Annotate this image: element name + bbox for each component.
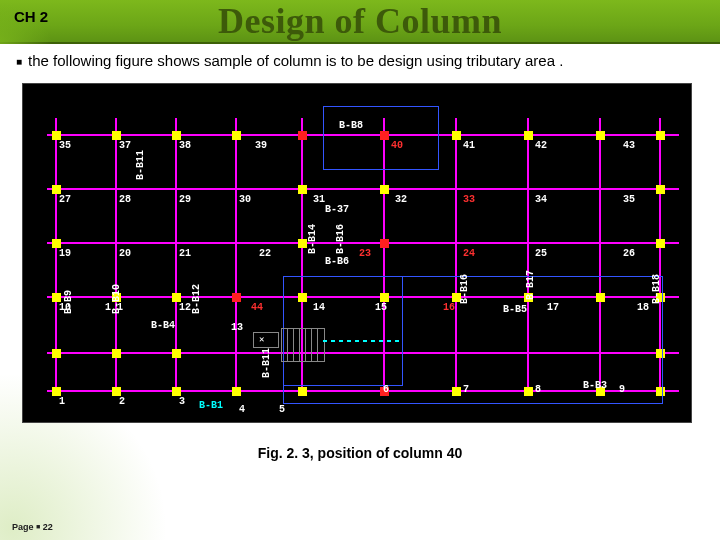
plan-label: 16	[443, 302, 455, 313]
plan-label: 43	[623, 140, 635, 151]
page-footer: Page ■ 22	[12, 522, 53, 532]
plan-label: 28	[119, 194, 131, 205]
grid-vline	[115, 118, 117, 388]
column-marker	[656, 185, 665, 194]
beam-label: B-B16	[335, 224, 346, 254]
plan-label: 7	[463, 384, 469, 395]
plan-label: 14	[313, 302, 325, 313]
plan-label: 38	[179, 140, 191, 151]
plan-label: 12	[179, 302, 191, 313]
beam-label: B B17	[525, 270, 536, 300]
column-marker	[656, 239, 665, 248]
plan-label: 34	[535, 194, 547, 205]
plan-label: 30	[239, 194, 251, 205]
plan-label: 1	[59, 396, 65, 407]
slide-header: CH 2 Design of Column	[0, 0, 720, 44]
plan-label: 2	[119, 396, 125, 407]
figure-caption: Fig. 2. 3, position of column 40	[0, 445, 720, 461]
column-plan-figure: 35373839B-B84041424327282930313233343519…	[22, 83, 692, 423]
column-marker	[52, 387, 61, 396]
bullet-item: the following figure shows sample of col…	[0, 44, 720, 75]
beam-label: B-B10	[111, 284, 122, 314]
plan-label: 8	[535, 384, 541, 395]
grid-hline	[47, 188, 679, 190]
plan-label: 35	[59, 140, 71, 151]
column-marker	[298, 239, 307, 248]
plan-label: 26	[623, 248, 635, 259]
column-marker	[596, 131, 605, 140]
grid-vline	[55, 118, 57, 388]
column-marker	[172, 131, 181, 140]
plan-label: 13	[231, 322, 243, 333]
column-marker	[232, 293, 241, 302]
plan-label: 25	[535, 248, 547, 259]
plan-label: 27	[59, 194, 71, 205]
column-marker	[524, 131, 533, 140]
beam-label: B-37	[325, 204, 349, 215]
beam-label: B-B14	[307, 224, 318, 254]
plan-label: 24	[463, 248, 475, 259]
footer-page-label: Page	[12, 522, 34, 532]
beam-label: B-B5	[503, 304, 527, 315]
stair-detail: ✕	[281, 328, 325, 362]
column-marker	[298, 185, 307, 194]
grid-vline	[235, 118, 237, 388]
plan-label: 5	[279, 404, 285, 415]
column-marker	[52, 131, 61, 140]
plan-label: 35	[623, 194, 635, 205]
beam-label: B-B12	[191, 284, 202, 314]
beam-label: B-B9	[63, 290, 74, 314]
plan-label: B-B8	[339, 120, 363, 131]
tributary-area-box	[323, 106, 439, 170]
beam-label: B-B11	[261, 348, 272, 378]
column-marker	[172, 387, 181, 396]
beam-label: B-B18	[651, 274, 662, 304]
beam-label: B-B1	[199, 400, 223, 411]
column-marker	[112, 131, 121, 140]
plan-label: 23	[359, 248, 371, 259]
footer-separator-icon: ■	[36, 523, 40, 530]
plan-label: 22	[259, 248, 271, 259]
beam-label: B-B4	[151, 320, 175, 331]
column-marker	[112, 349, 121, 358]
plan-label: 3	[179, 396, 185, 407]
baseline-dash	[323, 340, 403, 342]
beam-label: B-B3	[583, 380, 607, 391]
plan-label: 29	[179, 194, 191, 205]
plan-label: 20	[119, 248, 131, 259]
plan-label: 9	[619, 384, 625, 395]
plan-label: 44	[251, 302, 263, 313]
column-marker	[52, 185, 61, 194]
beam-label: B-B16	[459, 274, 470, 304]
footer-page-number: 22	[43, 522, 53, 532]
column-marker	[112, 387, 121, 396]
plan-label: 18	[637, 302, 649, 313]
column-marker	[172, 349, 181, 358]
plan-label: 15	[375, 302, 387, 313]
beam-label: B-B6	[325, 256, 349, 267]
column-marker	[52, 293, 61, 302]
plan-label: 19	[59, 248, 71, 259]
plan-label: 42	[535, 140, 547, 151]
plan-label: 21	[179, 248, 191, 259]
column-marker	[52, 239, 61, 248]
plan-label: 6	[383, 384, 389, 395]
column-marker	[380, 239, 389, 248]
plan-label: 39	[255, 140, 267, 151]
plan-label: 40	[391, 140, 403, 151]
column-marker	[380, 185, 389, 194]
column-marker	[656, 131, 665, 140]
chapter-label: CH 2	[14, 8, 48, 25]
grid-vline	[175, 118, 177, 388]
plan-label: 31	[313, 194, 325, 205]
column-marker	[298, 131, 307, 140]
plan-label: 33	[463, 194, 475, 205]
column-marker	[452, 131, 461, 140]
column-marker	[232, 131, 241, 140]
bullet-text: the following figure shows sample of col…	[28, 52, 563, 71]
plan-label: 37	[119, 140, 131, 151]
column-marker	[172, 293, 181, 302]
plan-label: 41	[463, 140, 475, 151]
plan-label: 4	[239, 404, 245, 415]
column-marker	[232, 387, 241, 396]
